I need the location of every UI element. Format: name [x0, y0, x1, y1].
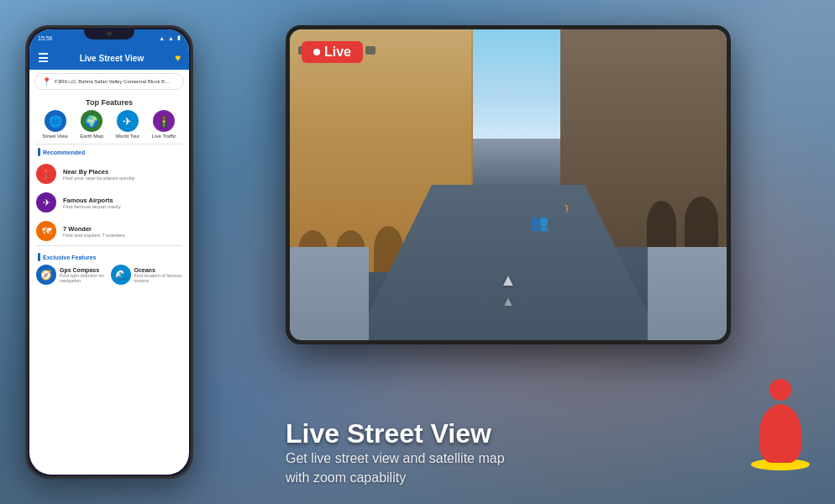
airport-icon: ✈: [36, 192, 56, 213]
compass-text: Gps Compass Find right direction for nav…: [60, 267, 111, 283]
nearby-icon: 📍: [36, 164, 56, 184]
location-bar[interactable]: 📍 F3RX+JJ, Bahria Safari Valley Comercia…: [34, 73, 184, 90]
status-time: 15:56: [38, 35, 53, 41]
wonder-title: 7 Wonder: [63, 225, 125, 233]
tablet-mockup: ▲ ▲ 👥 🚶 Live: [286, 25, 731, 344]
live-traffic-label: Live Traffic: [152, 134, 176, 139]
gps-compass-item[interactable]: 🧭 Gps Compass Find right direction for n…: [36, 265, 111, 285]
menu-icon[interactable]: ☰: [38, 51, 49, 65]
battery-icon: ▮: [177, 34, 181, 41]
signal-icon: ▲: [159, 35, 165, 41]
section-bar: [38, 148, 40, 156]
person-body: [759, 404, 801, 463]
person-head: [769, 379, 791, 401]
oceans-item[interactable]: 🌊 Oceans Find location of famous oceans: [111, 265, 183, 285]
subtitle-line1: Get live street view and satellite map: [286, 451, 505, 465]
road-arrows: ▲ ▲: [500, 270, 517, 309]
street-view-label: Street View: [42, 134, 68, 139]
ocean-icon: 🌊: [111, 265, 131, 285]
earth-map-label: Earth Map: [80, 134, 103, 139]
street-view-icon: 🌐: [45, 110, 66, 132]
right-sidewalk: [648, 247, 727, 340]
nearby-subtitle: Find your near by places quickly: [63, 176, 135, 181]
live-dot: [313, 49, 320, 55]
person-silhouette: 🚶: [560, 202, 575, 216]
app-header: ☰ Live Street View ♥: [29, 46, 189, 70]
feature-earth-map[interactable]: 🌍 Earth Map: [80, 110, 103, 139]
heart-icon[interactable]: ♥: [175, 52, 181, 64]
arrow-2: ▲: [502, 294, 515, 309]
arrow-1: ▲: [500, 270, 517, 290]
exclusive-section: Exclusive Features: [29, 249, 189, 265]
nearby-text: Near By Places Find your near by places …: [63, 168, 135, 181]
main-app-title: Live Street View: [286, 418, 818, 449]
app-header-title: Live Street View: [80, 54, 144, 63]
camera-dot: [107, 31, 112, 36]
street-scene: ▲ ▲ 👥 🚶: [290, 29, 727, 340]
world-tour-icon: ✈: [117, 110, 139, 132]
world-tour-label: World Tour: [116, 134, 140, 139]
ocean-text: Oceans Find location of famous oceans: [134, 267, 183, 283]
phone-screen: 15:56 ▲ ▲ ▮ ☰ Live Street View ♥ 📍 F3RX+…: [29, 29, 189, 475]
app-subtitle: Get live street view and satellite map w…: [286, 449, 818, 487]
recommended-section: Recommended: [29, 148, 189, 160]
people-silhouettes: 👥: [530, 213, 549, 232]
nearby-places-item[interactable]: 📍 Near By Places Find your near by place…: [29, 160, 189, 188]
wonder-item[interactable]: 🗺 7 Wonder Find and explore 7 wonders: [29, 217, 189, 245]
street-view-person: [751, 396, 810, 470]
earth-map-icon: 🌍: [81, 110, 102, 132]
wonder-icon: 🗺: [36, 221, 56, 241]
live-badge: Live: [302, 41, 363, 63]
divider-1: [36, 144, 182, 144]
exclusive-label-text: Exclusive Features: [43, 255, 96, 260]
divider-2: [36, 245, 182, 246]
wonder-text: 7 Wonder Find and explore 7 wonders: [63, 225, 125, 238]
location-pin-icon: 📍: [42, 77, 51, 86]
top-features-title: Top Features: [29, 93, 189, 110]
exclusive-bar: [38, 253, 40, 261]
feature-world-tour[interactable]: ✈ World Tour: [116, 110, 140, 139]
airports-item[interactable]: ✈ Famous Airports Find famous airport ea…: [29, 188, 189, 217]
left-sidewalk: [290, 247, 369, 340]
feature-street-view[interactable]: 🌐 Street View: [42, 110, 68, 139]
wonder-subtitle: Find and explore 7 wonders: [63, 233, 125, 238]
exclusive-grid: 🧭 Gps Compass Find right direction for n…: [29, 265, 189, 285]
wifi-icon: ▲: [168, 35, 174, 41]
feature-live-traffic[interactable]: 🚦 Live Traffic: [152, 110, 176, 139]
airports-text: Famous Airports Find famous airport easi…: [63, 197, 121, 209]
phone-notch: [84, 28, 134, 39]
bottom-section: Live Street View Get live street view an…: [286, 418, 818, 487]
nearby-title: Near By Places: [63, 168, 135, 176]
phone-mockup: 15:56 ▲ ▲ ▮ ☰ Live Street View ♥ 📍 F3RX+…: [25, 25, 193, 479]
location-text: F3RX+JJ, Bahria Safari Valley Comercial …: [55, 79, 172, 84]
recommended-label-text: Recommended: [43, 150, 85, 155]
compass-subtitle: Find right direction for navigation: [60, 273, 111, 283]
compass-icon: 🧭: [36, 265, 56, 285]
ocean-subtitle: Find location of famous oceans: [134, 273, 183, 283]
tablet-screen: ▲ ▲ 👥 🚶 Live: [290, 29, 727, 340]
features-grid: 🌐 Street View 🌍 Earth Map ✈ World Tour 🚦…: [29, 110, 189, 144]
ocean-title: Oceans: [134, 267, 183, 273]
airports-subtitle: Find famous airport easily: [63, 204, 121, 209]
live-traffic-icon: 🚦: [153, 110, 175, 132]
airports-title: Famous Airports: [63, 197, 121, 204]
live-text: Live: [324, 45, 351, 60]
compass-title: Gps Compass: [60, 267, 111, 273]
subtitle-line2: with zoom capability: [286, 470, 406, 485]
